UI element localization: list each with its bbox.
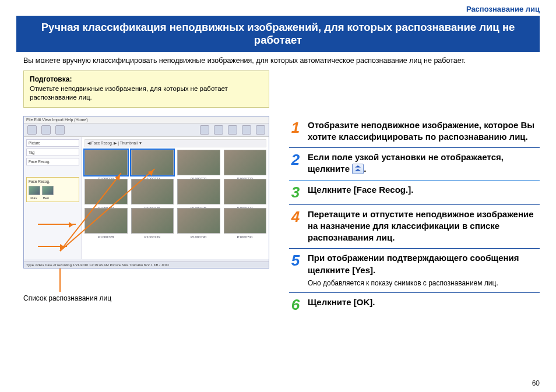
person-name: Max <box>29 196 39 200</box>
page-number: 60 <box>532 379 540 387</box>
step-item: 5 При отображении подтверждающего сообще… <box>289 249 540 293</box>
tool-icon <box>214 125 223 135</box>
step-text-part: . <box>364 164 366 174</box>
callout-arrow <box>38 224 76 225</box>
sidebar-item: Picture <box>26 139 79 147</box>
step-text: Если поле узкой установки не отображаетс… <box>308 151 540 175</box>
step-item: 6 Щелкните [OK]. <box>289 293 540 317</box>
intro-text: Вы можете вручную классифицировать непод… <box>23 56 540 65</box>
sidebar-item: Face Recog. <box>26 158 79 165</box>
thumbnail <box>177 179 220 204</box>
tool-icon <box>228 125 237 135</box>
thumbnail <box>131 208 174 234</box>
step-text: Щелкните [OK]. <box>308 296 540 312</box>
thumbnail <box>224 179 267 204</box>
thumbnail <box>177 208 220 234</box>
face-recog-panel: Face Recog. Max Ben <box>26 177 79 202</box>
step-number: 3 <box>289 184 302 200</box>
step-item: 3 Щелкните [Face Recog.]. <box>289 181 540 205</box>
person-thumb <box>42 186 54 195</box>
app-screenshot: File Edit View Import Help (Home) Pictur… <box>23 116 269 269</box>
status-bar: Type JPEG Date of recording 1/21/2010 12… <box>24 262 269 268</box>
step-number: 4 <box>289 209 302 244</box>
person-name: Ben <box>41 196 51 200</box>
app-sidebar: Picture Tag Face Recog. Face Recog. Max … <box>24 137 82 259</box>
step-item: 1 Отобразите неподвижное изображение, ко… <box>289 116 540 149</box>
prep-heading: Подготовка: <box>30 75 72 83</box>
prep-text: Отметьте неподвижные изображения, для ко… <box>30 85 228 101</box>
tool-icon <box>41 125 51 135</box>
face-panel-label: Face Recog. <box>29 179 77 183</box>
tool-icon <box>27 125 37 135</box>
tool-icon <box>55 125 65 135</box>
step-number: 2 <box>289 151 302 175</box>
person-thumb <box>29 186 40 195</box>
step-text: При отображении подтверждающего сообщени… <box>308 252 540 288</box>
thumbnail <box>224 150 267 175</box>
step-text-part: Если поле узкой установки не отображаетс… <box>308 152 504 174</box>
screenshot-caption: Список распознавания лиц <box>23 294 274 302</box>
page-title: Ручная классификация неподвижных изображ… <box>16 16 540 52</box>
menu-bar: File Edit View Import Help (Home) <box>24 116 269 123</box>
thumbnail <box>224 208 267 234</box>
step-text: Отобразите неподвижное изображение, кото… <box>308 119 540 143</box>
tool-icon <box>200 125 209 135</box>
sidebar-item: Tag <box>26 149 79 156</box>
step-number: 5 <box>289 252 302 288</box>
tool-icon <box>256 125 265 135</box>
step-item: 2 Если поле узкой установки не отображае… <box>289 148 540 181</box>
thumbnail <box>85 150 128 175</box>
step-text: Перетащите и отпустите неподвижное изобр… <box>308 209 540 244</box>
tool-icon <box>242 125 251 135</box>
step-number: 6 <box>289 296 302 312</box>
step-subtext: Оно добавляется к показу снимков с распо… <box>308 278 540 288</box>
step-item: 4 Перетащите и отпустите неподвижное изо… <box>289 205 540 249</box>
thumbnail-area: ◀ Face Recog. ▶ | Thumbnail ▼ <box>82 137 269 259</box>
step-number: 1 <box>289 119 302 143</box>
callout-arrow <box>38 246 67 247</box>
step-text: Щелкните [Face Recog.]. <box>308 184 540 200</box>
tool-bar <box>24 123 269 137</box>
expand-up-icon <box>352 164 364 174</box>
preparation-note: Подготовка: Отметьте неподвижные изображ… <box>23 70 269 108</box>
breadcrumb-bar: ◀ Face Recog. ▶ | Thumbnail ▼ <box>85 139 266 147</box>
step-list: 1 Отобразите неподвижное изображение, ко… <box>289 116 540 317</box>
thumbnail <box>177 150 220 175</box>
section-header: Распознавание лиц <box>0 0 556 16</box>
step-text-main: При отображении подтверждающего сообщени… <box>308 253 519 274</box>
